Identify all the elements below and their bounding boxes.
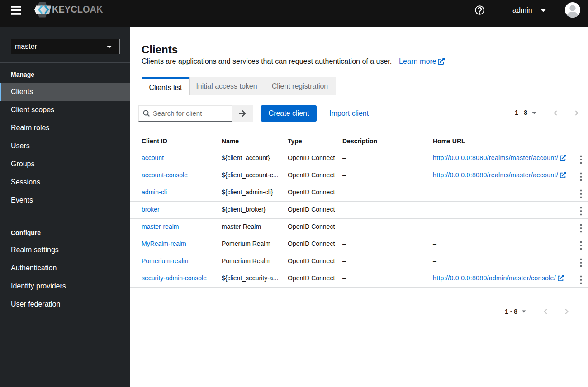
svg-text:KEYCLOAK: KEYCLOAK bbox=[52, 4, 103, 15]
